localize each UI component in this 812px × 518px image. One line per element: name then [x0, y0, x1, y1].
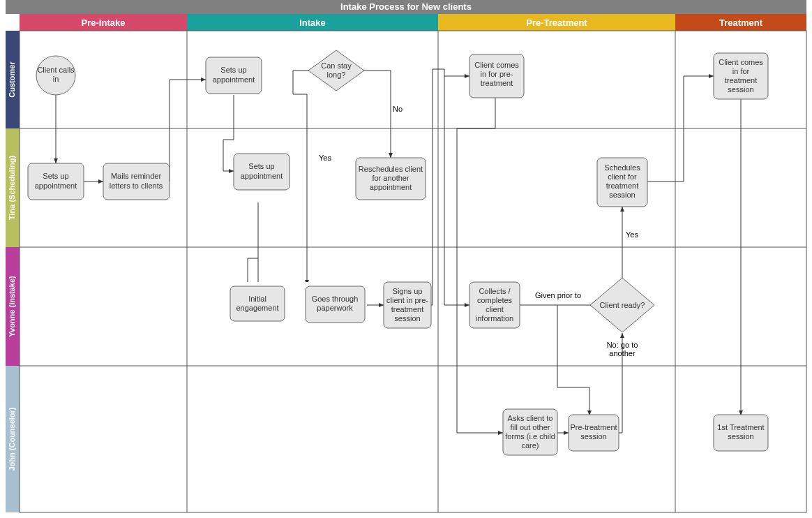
svg-text:appointment: appointment — [241, 172, 283, 180]
svg-text:treatment: treatment — [481, 79, 513, 87]
svg-text:session: session — [728, 85, 753, 94]
diagram-title: Intake Process for New clients — [340, 1, 472, 12]
svg-text:for another: for another — [372, 174, 409, 182]
svg-text:Signs up: Signs up — [393, 287, 423, 295]
phase-header-treatment: Treatment — [675, 14, 806, 31]
node-reschedules: Reschedules client for another appointme… — [356, 158, 426, 200]
svg-text:Treatment: Treatment — [719, 17, 763, 28]
svg-text:treatment: treatment — [606, 182, 638, 190]
svg-text:Reschedules client: Reschedules client — [359, 165, 423, 173]
node-mails-reminder: Mails reminder letters to clients — [103, 163, 170, 200]
swimlane-diagram: Intake Process for New clients Pre-Intak… — [0, 0, 812, 518]
svg-text:Can stay: Can stay — [321, 61, 352, 70]
svg-text:Collects /: Collects / — [479, 287, 511, 295]
node-client-comes-pretreatment: Client comes in for pre- treatment — [469, 54, 524, 98]
node-first-treatment: 1st Treatment session — [714, 415, 768, 451]
node-schedules-treatment: Schedules client for treatment session — [597, 158, 647, 207]
lane-label-yvonne: Yvonne (Instake) — [6, 247, 20, 366]
svg-text:paperwork: paperwork — [317, 304, 353, 312]
phase-header-pre-treatment: Pre-Treatment — [438, 14, 675, 31]
svg-text:Initial: Initial — [248, 295, 266, 303]
svg-text:Sets up: Sets up — [248, 162, 274, 170]
svg-text:Intake: Intake — [299, 17, 326, 28]
node-signs-up-pretreatment: Signs up client in pre- treatment sessio… — [384, 282, 431, 328]
node-client-comes-treatment: Client comes in for treatment session — [714, 53, 768, 99]
node-collects-info: Collects / completes client information — [469, 282, 520, 328]
svg-text:Client calls: Client calls — [37, 66, 75, 74]
edge-label-given: Given prior to — [535, 291, 581, 299]
svg-text:Schedules: Schedules — [604, 163, 640, 172]
svg-text:Yvonne (Instake): Yvonne (Instake) — [8, 276, 16, 337]
svg-text:information: information — [476, 314, 513, 323]
svg-text:appointment: appointment — [370, 183, 412, 191]
svg-text:forms (i.e child: forms (i.e child — [505, 432, 555, 441]
svg-text:session: session — [394, 314, 420, 323]
lane-label-john: John (Counselor) — [6, 366, 20, 512]
svg-text:engagement: engagement — [236, 304, 278, 312]
edge-label-yes2: Yes — [626, 230, 638, 239]
svg-text:appointment: appointment — [213, 75, 255, 84]
svg-text:1st Treatment: 1st Treatment — [717, 423, 764, 431]
node-client-calls-in: Client calls in — [36, 56, 75, 95]
svg-text:Client ready?: Client ready? — [600, 301, 645, 309]
svg-text:Client comes: Client comes — [719, 58, 763, 66]
svg-text:treatment: treatment — [391, 305, 423, 313]
node-initial-engagement-fixed: Initial engagement — [230, 286, 285, 321]
edge-label-nogo: No: go toanother — [607, 341, 638, 357]
svg-text:Tina (Scheduling): Tina (Scheduling) — [8, 156, 16, 220]
svg-text:Customer: Customer — [8, 61, 16, 98]
svg-text:client: client — [486, 305, 504, 313]
svg-text:completes: completes — [477, 296, 513, 304]
node-sets-up-appt-tina-2: Sets up appointment — [234, 154, 290, 190]
phase-header-intake: Intake — [187, 14, 438, 31]
node-pretreatment-session: Pre-treatment session — [569, 415, 619, 451]
svg-rect-16 — [20, 31, 806, 512]
svg-text:in for pre-: in for pre- — [480, 70, 513, 78]
svg-text:Client comes: Client comes — [474, 61, 519, 69]
svg-text:client for: client for — [608, 172, 637, 181]
svg-text:in for: in for — [732, 67, 750, 75]
svg-text:long?: long? — [327, 71, 346, 79]
lane-label-tina: Tina (Scheduling) — [6, 128, 20, 247]
svg-text:session: session — [580, 432, 606, 441]
svg-text:appointment: appointment — [35, 182, 77, 190]
svg-text:Sets up: Sets up — [43, 172, 68, 180]
svg-text:session: session — [609, 191, 635, 199]
node-sets-up-appt-customer: Sets up appointment — [206, 57, 262, 94]
svg-text:Mails reminder: Mails reminder — [111, 172, 161, 180]
phase-header-pre-intake: Pre-Intake — [20, 14, 187, 31]
svg-text:client in pre-: client in pre- — [386, 296, 428, 304]
svg-text:care): care) — [521, 441, 539, 450]
svg-text:treatment: treatment — [725, 76, 757, 84]
svg-text:Pre-Treatment: Pre-Treatment — [526, 17, 587, 28]
svg-text:Asks client to: Asks client to — [508, 414, 553, 422]
node-goes-through-paperwork-fixed: Goes through paperwork — [306, 286, 365, 323]
svg-text:Sets up: Sets up — [220, 66, 246, 74]
svg-text:Goes through: Goes through — [312, 295, 359, 303]
svg-text:letters to clients: letters to clients — [110, 182, 163, 190]
lane-label-customer: Customer — [6, 31, 20, 128]
svg-text:John (Counselor): John (Counselor) — [8, 407, 16, 471]
edge-label-yes: Yes — [319, 154, 331, 162]
edge-label-no: No — [393, 105, 403, 113]
svg-text:fill out other: fill out other — [511, 423, 550, 431]
svg-text:in: in — [53, 75, 59, 83]
svg-text:Pre-Intake: Pre-Intake — [82, 17, 126, 28]
svg-text:Pre-treatment: Pre-treatment — [570, 423, 617, 431]
svg-text:session: session — [728, 432, 753, 441]
node-sets-up-appt-tina-1: Sets up appointment — [28, 163, 84, 200]
node-asks-fill-forms: Asks client to fill out other forms (i.e… — [503, 409, 557, 455]
